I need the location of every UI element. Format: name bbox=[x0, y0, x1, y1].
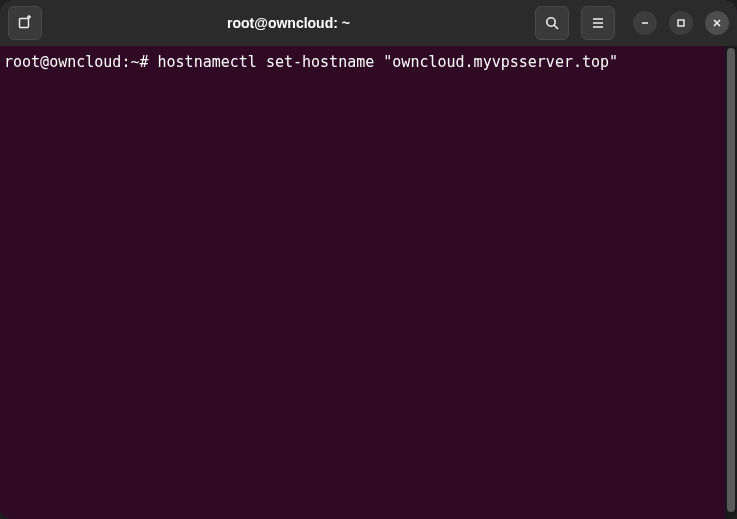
command-text: hostnamectl set-hostname "owncloud.myvps… bbox=[158, 53, 619, 71]
prompt-hash: # bbox=[139, 53, 148, 71]
svg-line-4 bbox=[554, 25, 558, 29]
window-title: root@owncloud: ~ bbox=[48, 15, 529, 31]
terminal-content[interactable]: root@owncloud:~# hostnamectl set-hostnam… bbox=[0, 46, 725, 519]
new-tab-icon bbox=[17, 15, 33, 31]
svg-point-3 bbox=[547, 18, 555, 26]
close-icon bbox=[712, 18, 722, 28]
scrollbar-thumb[interactable] bbox=[727, 48, 735, 512]
close-button[interactable] bbox=[705, 11, 729, 35]
menu-button[interactable] bbox=[581, 6, 615, 40]
scrollbar-track[interactable] bbox=[725, 46, 737, 519]
search-icon bbox=[544, 15, 560, 31]
svg-rect-9 bbox=[678, 20, 684, 26]
terminal-body: root@owncloud:~# hostnamectl set-hostnam… bbox=[0, 46, 737, 519]
svg-rect-0 bbox=[20, 19, 29, 28]
titlebar-right bbox=[535, 6, 729, 40]
shell-prompt: root@owncloud:~# bbox=[4, 53, 149, 71]
search-button[interactable] bbox=[535, 6, 569, 40]
hamburger-menu-icon bbox=[590, 15, 606, 31]
terminal-window: root@owncloud: ~ bbox=[0, 0, 737, 519]
prompt-userhost: root@owncloud bbox=[4, 53, 121, 71]
maximize-icon bbox=[676, 18, 686, 28]
titlebar: root@owncloud: ~ bbox=[0, 0, 737, 46]
maximize-button[interactable] bbox=[669, 11, 693, 35]
minimize-icon bbox=[640, 18, 650, 28]
titlebar-left bbox=[8, 6, 42, 40]
new-tab-button[interactable] bbox=[8, 6, 42, 40]
minimize-button[interactable] bbox=[633, 11, 657, 35]
window-controls bbox=[633, 11, 729, 35]
